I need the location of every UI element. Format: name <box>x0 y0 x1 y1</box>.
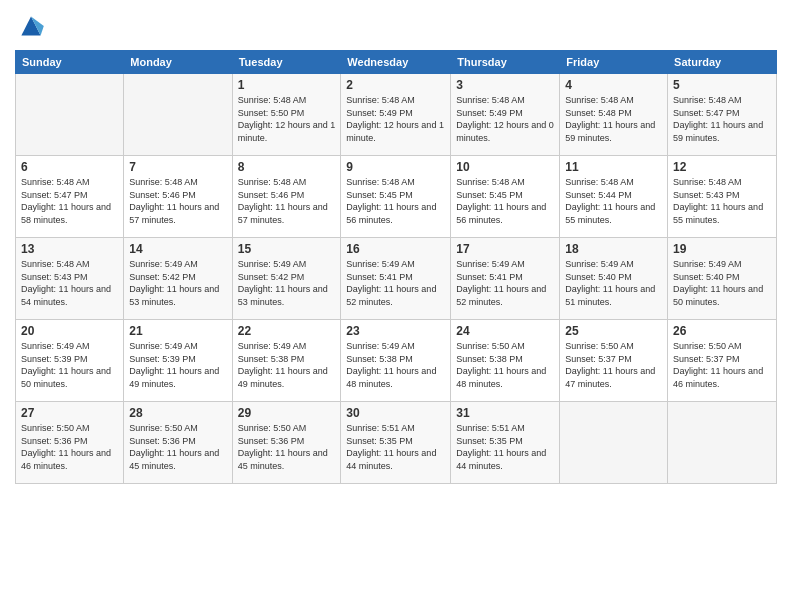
header <box>15 10 777 42</box>
day-number: 2 <box>346 78 445 92</box>
day-info: Sunrise: 5:49 AM Sunset: 5:41 PM Dayligh… <box>346 258 445 308</box>
day-number: 24 <box>456 324 554 338</box>
calendar-day-cell: 1Sunrise: 5:48 AM Sunset: 5:50 PM Daylig… <box>232 74 341 156</box>
day-info: Sunrise: 5:48 AM Sunset: 5:46 PM Dayligh… <box>129 176 226 226</box>
day-number: 19 <box>673 242 771 256</box>
day-info: Sunrise: 5:48 AM Sunset: 5:46 PM Dayligh… <box>238 176 336 226</box>
day-number: 10 <box>456 160 554 174</box>
calendar-day-cell: 16Sunrise: 5:49 AM Sunset: 5:41 PM Dayli… <box>341 238 451 320</box>
day-info: Sunrise: 5:50 AM Sunset: 5:36 PM Dayligh… <box>21 422 118 472</box>
day-number: 13 <box>21 242 118 256</box>
calendar-day-cell: 28Sunrise: 5:50 AM Sunset: 5:36 PM Dayli… <box>124 402 232 484</box>
calendar-day-cell: 22Sunrise: 5:49 AM Sunset: 5:38 PM Dayli… <box>232 320 341 402</box>
day-info: Sunrise: 5:48 AM Sunset: 5:47 PM Dayligh… <box>673 94 771 144</box>
day-info: Sunrise: 5:49 AM Sunset: 5:39 PM Dayligh… <box>129 340 226 390</box>
day-number: 29 <box>238 406 336 420</box>
calendar-day-cell: 12Sunrise: 5:48 AM Sunset: 5:43 PM Dayli… <box>668 156 777 238</box>
day-number: 15 <box>238 242 336 256</box>
calendar-day-cell: 3Sunrise: 5:48 AM Sunset: 5:49 PM Daylig… <box>451 74 560 156</box>
day-info: Sunrise: 5:50 AM Sunset: 5:37 PM Dayligh… <box>673 340 771 390</box>
day-number: 18 <box>565 242 662 256</box>
calendar-day-cell: 23Sunrise: 5:49 AM Sunset: 5:38 PM Dayli… <box>341 320 451 402</box>
day-header-saturday: Saturday <box>668 51 777 74</box>
calendar-day-cell: 6Sunrise: 5:48 AM Sunset: 5:47 PM Daylig… <box>16 156 124 238</box>
calendar-day-cell: 30Sunrise: 5:51 AM Sunset: 5:35 PM Dayli… <box>341 402 451 484</box>
calendar-header-row: SundayMondayTuesdayWednesdayThursdayFrid… <box>16 51 777 74</box>
logo <box>15 10 51 42</box>
calendar-day-cell: 25Sunrise: 5:50 AM Sunset: 5:37 PM Dayli… <box>560 320 668 402</box>
day-number: 11 <box>565 160 662 174</box>
calendar-week-row: 20Sunrise: 5:49 AM Sunset: 5:39 PM Dayli… <box>16 320 777 402</box>
day-number: 22 <box>238 324 336 338</box>
day-info: Sunrise: 5:48 AM Sunset: 5:47 PM Dayligh… <box>21 176 118 226</box>
day-number: 14 <box>129 242 226 256</box>
day-info: Sunrise: 5:49 AM Sunset: 5:41 PM Dayligh… <box>456 258 554 308</box>
calendar-day-cell: 19Sunrise: 5:49 AM Sunset: 5:40 PM Dayli… <box>668 238 777 320</box>
day-header-wednesday: Wednesday <box>341 51 451 74</box>
calendar-day-cell: 11Sunrise: 5:48 AM Sunset: 5:44 PM Dayli… <box>560 156 668 238</box>
day-info: Sunrise: 5:48 AM Sunset: 5:49 PM Dayligh… <box>346 94 445 144</box>
calendar-day-cell: 18Sunrise: 5:49 AM Sunset: 5:40 PM Dayli… <box>560 238 668 320</box>
calendar-day-cell: 21Sunrise: 5:49 AM Sunset: 5:39 PM Dayli… <box>124 320 232 402</box>
day-header-sunday: Sunday <box>16 51 124 74</box>
calendar-week-row: 6Sunrise: 5:48 AM Sunset: 5:47 PM Daylig… <box>16 156 777 238</box>
day-number: 28 <box>129 406 226 420</box>
day-info: Sunrise: 5:49 AM Sunset: 5:40 PM Dayligh… <box>565 258 662 308</box>
day-number: 9 <box>346 160 445 174</box>
calendar-day-cell: 9Sunrise: 5:48 AM Sunset: 5:45 PM Daylig… <box>341 156 451 238</box>
calendar-week-row: 27Sunrise: 5:50 AM Sunset: 5:36 PM Dayli… <box>16 402 777 484</box>
calendar-day-cell: 10Sunrise: 5:48 AM Sunset: 5:45 PM Dayli… <box>451 156 560 238</box>
logo-icon <box>15 10 47 42</box>
day-number: 27 <box>21 406 118 420</box>
day-info: Sunrise: 5:49 AM Sunset: 5:38 PM Dayligh… <box>238 340 336 390</box>
day-number: 3 <box>456 78 554 92</box>
day-number: 17 <box>456 242 554 256</box>
day-header-tuesday: Tuesday <box>232 51 341 74</box>
calendar-day-cell: 13Sunrise: 5:48 AM Sunset: 5:43 PM Dayli… <box>16 238 124 320</box>
day-number: 12 <box>673 160 771 174</box>
day-info: Sunrise: 5:48 AM Sunset: 5:45 PM Dayligh… <box>456 176 554 226</box>
day-number: 6 <box>21 160 118 174</box>
calendar-day-cell: 5Sunrise: 5:48 AM Sunset: 5:47 PM Daylig… <box>668 74 777 156</box>
calendar-day-cell: 8Sunrise: 5:48 AM Sunset: 5:46 PM Daylig… <box>232 156 341 238</box>
calendar-day-cell: 2Sunrise: 5:48 AM Sunset: 5:49 PM Daylig… <box>341 74 451 156</box>
calendar-day-cell: 15Sunrise: 5:49 AM Sunset: 5:42 PM Dayli… <box>232 238 341 320</box>
day-info: Sunrise: 5:50 AM Sunset: 5:38 PM Dayligh… <box>456 340 554 390</box>
calendar-week-row: 13Sunrise: 5:48 AM Sunset: 5:43 PM Dayli… <box>16 238 777 320</box>
day-number: 16 <box>346 242 445 256</box>
calendar-day-cell: 26Sunrise: 5:50 AM Sunset: 5:37 PM Dayli… <box>668 320 777 402</box>
day-info: Sunrise: 5:50 AM Sunset: 5:36 PM Dayligh… <box>129 422 226 472</box>
calendar-page: SundayMondayTuesdayWednesdayThursdayFrid… <box>0 0 792 612</box>
day-number: 5 <box>673 78 771 92</box>
day-header-thursday: Thursday <box>451 51 560 74</box>
calendar-day-cell: 20Sunrise: 5:49 AM Sunset: 5:39 PM Dayli… <box>16 320 124 402</box>
day-number: 7 <box>129 160 226 174</box>
day-info: Sunrise: 5:50 AM Sunset: 5:37 PM Dayligh… <box>565 340 662 390</box>
day-number: 23 <box>346 324 445 338</box>
day-info: Sunrise: 5:49 AM Sunset: 5:40 PM Dayligh… <box>673 258 771 308</box>
calendar-day-cell <box>668 402 777 484</box>
calendar-day-cell: 29Sunrise: 5:50 AM Sunset: 5:36 PM Dayli… <box>232 402 341 484</box>
calendar-day-cell: 17Sunrise: 5:49 AM Sunset: 5:41 PM Dayli… <box>451 238 560 320</box>
calendar-day-cell: 27Sunrise: 5:50 AM Sunset: 5:36 PM Dayli… <box>16 402 124 484</box>
day-info: Sunrise: 5:48 AM Sunset: 5:45 PM Dayligh… <box>346 176 445 226</box>
calendar-day-cell: 4Sunrise: 5:48 AM Sunset: 5:48 PM Daylig… <box>560 74 668 156</box>
day-info: Sunrise: 5:48 AM Sunset: 5:50 PM Dayligh… <box>238 94 336 144</box>
calendar-day-cell <box>124 74 232 156</box>
day-header-friday: Friday <box>560 51 668 74</box>
calendar-table: SundayMondayTuesdayWednesdayThursdayFrid… <box>15 50 777 484</box>
day-header-monday: Monday <box>124 51 232 74</box>
calendar-day-cell: 7Sunrise: 5:48 AM Sunset: 5:46 PM Daylig… <box>124 156 232 238</box>
day-info: Sunrise: 5:49 AM Sunset: 5:38 PM Dayligh… <box>346 340 445 390</box>
day-number: 4 <box>565 78 662 92</box>
day-number: 30 <box>346 406 445 420</box>
day-info: Sunrise: 5:48 AM Sunset: 5:43 PM Dayligh… <box>21 258 118 308</box>
day-info: Sunrise: 5:49 AM Sunset: 5:42 PM Dayligh… <box>129 258 226 308</box>
day-number: 31 <box>456 406 554 420</box>
day-info: Sunrise: 5:48 AM Sunset: 5:43 PM Dayligh… <box>673 176 771 226</box>
day-info: Sunrise: 5:48 AM Sunset: 5:44 PM Dayligh… <box>565 176 662 226</box>
day-number: 8 <box>238 160 336 174</box>
day-info: Sunrise: 5:48 AM Sunset: 5:48 PM Dayligh… <box>565 94 662 144</box>
day-info: Sunrise: 5:49 AM Sunset: 5:39 PM Dayligh… <box>21 340 118 390</box>
calendar-day-cell: 14Sunrise: 5:49 AM Sunset: 5:42 PM Dayli… <box>124 238 232 320</box>
